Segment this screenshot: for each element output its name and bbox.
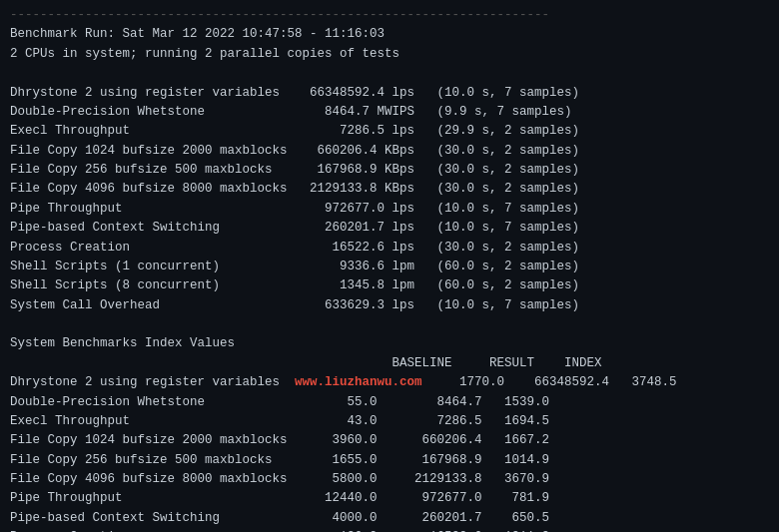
header-line-2: 2 CPUs in system; running 2 parallel cop… (10, 45, 769, 64)
index-row-8: Process Creation 126.0 16522.6 1311.3 (10, 528, 769, 532)
index-row-7: Pipe-based Context Switching 4000.0 2602… (10, 509, 769, 528)
bench-row-1: Double-Precision Whetstone 8464.7 MWIPS … (10, 103, 769, 122)
bench-row-2: Execl Throughput 7286.5 lps (29.9 s, 2 s… (10, 122, 769, 141)
bench-row-4: File Copy 256 bufsize 500 maxblocks 1679… (10, 161, 769, 180)
index-row-5: File Copy 4096 bufsize 8000 maxblocks 58… (10, 470, 769, 489)
terminal: ----------------------------------------… (0, 0, 779, 532)
index-label-0: Dhrystone 2 using register variables (10, 375, 295, 389)
index-row-3: File Copy 1024 bufsize 2000 maxblocks 39… (10, 431, 769, 450)
watermark: www.liuzhanwu.com (295, 375, 422, 389)
blank-2 (10, 315, 769, 334)
index-header: System Benchmarks Index Values (10, 334, 769, 353)
bench-row-5: File Copy 4096 bufsize 8000 maxblocks 21… (10, 180, 769, 199)
divider-top: ----------------------------------------… (10, 6, 769, 25)
index-values-0: 1770.0 66348592.4 3748.5 (422, 375, 677, 389)
blank-1 (10, 64, 769, 83)
bench-row-0: Dhrystone 2 using register variables 663… (10, 84, 769, 103)
index-row-0: Dhrystone 2 using register variables www… (10, 373, 769, 392)
bench-row-11: System Call Overhead 633629.3 lps (10.0 … (10, 296, 769, 315)
index-row-2: Execl Throughput 43.0 7286.5 1694.5 (10, 412, 769, 431)
bench-row-8: Process Creation 16522.6 lps (30.0 s, 2 … (10, 239, 769, 258)
bench-row-10: Shell Scripts (8 concurrent) 1345.8 lpm … (10, 276, 769, 295)
index-row-4: File Copy 256 bufsize 500 maxblocks 1655… (10, 451, 769, 470)
index-rows: Dhrystone 2 using register variables www… (10, 373, 769, 532)
bench-row-6: Pipe Throughput 972677.0 lps (10.0 s, 7 … (10, 200, 769, 219)
benchmark-rows: Dhrystone 2 using register variables 663… (10, 84, 769, 316)
header-line-1: Benchmark Run: Sat Mar 12 2022 10:47:58 … (10, 25, 769, 44)
col-headers: BASELINE RESULT INDEX (10, 354, 769, 373)
bench-row-3: File Copy 1024 bufsize 2000 maxblocks 66… (10, 142, 769, 161)
bench-row-7: Pipe-based Context Switching 260201.7 lp… (10, 219, 769, 238)
index-row-1: Double-Precision Whetstone 55.0 8464.7 1… (10, 393, 769, 412)
bench-row-9: Shell Scripts (1 concurrent) 9336.6 lpm … (10, 258, 769, 276)
index-row-6: Pipe Throughput 12440.0 972677.0 781.9 (10, 489, 769, 508)
